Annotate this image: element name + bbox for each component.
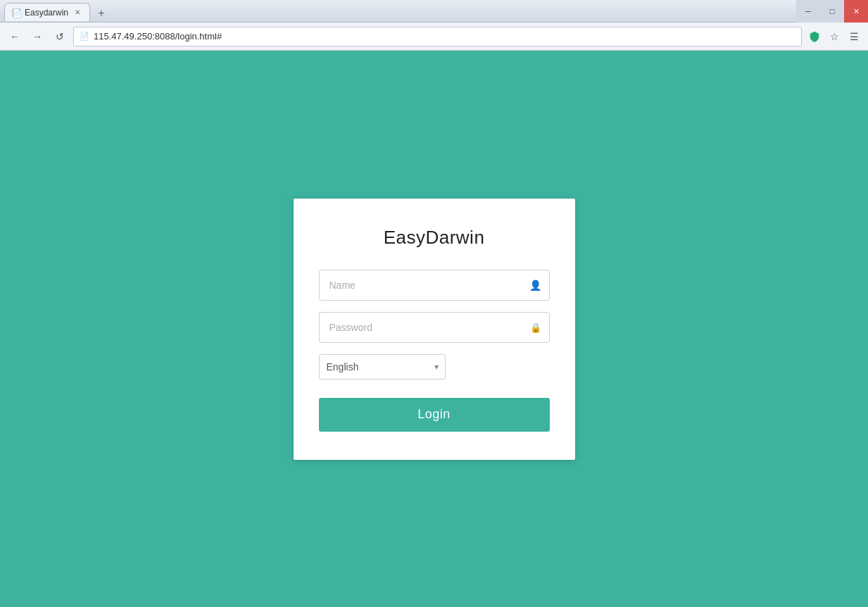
close-button[interactable]: ✕	[844, 0, 868, 23]
tab-close-button[interactable]: ✕	[73, 8, 82, 18]
language-select[interactable]: English 中文	[319, 354, 446, 380]
url-text: 115.47.49.250:8088/login.html#	[94, 31, 222, 42]
new-tab-button[interactable]: +	[93, 6, 110, 21]
navigation-bar: ← → ↺ 📄 115.47.49.250:8088/login.html# ☆…	[0, 23, 868, 51]
password-input[interactable]	[319, 312, 550, 343]
browser-tab[interactable]: 📄 Easydarwin ✕	[4, 3, 90, 21]
tab-favicon: 📄	[12, 8, 20, 17]
language-select-wrapper: English 中文 ▾	[319, 354, 446, 380]
forward-button[interactable]: →	[28, 27, 46, 46]
login-title: EasyDarwin	[319, 227, 550, 249]
password-field-group	[319, 312, 550, 343]
page-icon: 📄	[80, 32, 89, 41]
page-content: EasyDarwin English 中文 ▾ Login	[0, 51, 868, 607]
window-controls: ─ □ ✕	[796, 0, 868, 23]
title-bar: 📄 Easydarwin ✕ + ─ □ ✕	[0, 0, 868, 23]
back-button[interactable]: ←	[6, 27, 24, 46]
login-button[interactable]: Login	[319, 398, 550, 432]
language-field-group: English 中文 ▾	[319, 354, 550, 380]
maximize-button[interactable]: □	[820, 0, 844, 23]
name-field-group	[319, 270, 550, 301]
reload-button[interactable]: ↺	[51, 27, 69, 46]
bookmark-icon[interactable]: ☆	[826, 28, 843, 45]
nav-actions: ☆ ☰	[806, 28, 862, 45]
browser-window: 📄 Easydarwin ✕ + ─ □ ✕ ← → ↺ 📄 115.47.49…	[0, 0, 868, 607]
tab-title: Easydarwin	[25, 8, 68, 18]
name-input[interactable]	[319, 270, 550, 301]
menu-icon[interactable]: ☰	[845, 28, 862, 45]
tab-bar: 📄 Easydarwin ✕ +	[0, 0, 868, 21]
address-bar[interactable]: 📄 115.47.49.250:8088/login.html#	[73, 27, 802, 46]
minimize-button[interactable]: ─	[796, 0, 820, 23]
login-card: EasyDarwin English 中文 ▾ Login	[294, 199, 575, 460]
lock-icon	[530, 321, 541, 334]
user-icon	[529, 279, 541, 292]
shield-icon	[806, 28, 823, 45]
